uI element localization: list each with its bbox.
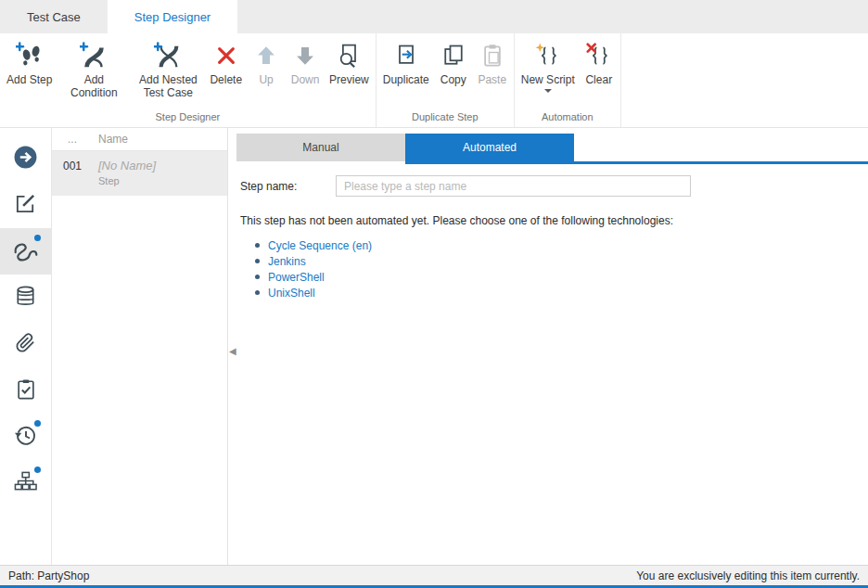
- delete-label: Delete: [210, 73, 242, 86]
- tab-test-case[interactable]: Test Case: [0, 0, 108, 33]
- tab-manual-label: Manual: [302, 141, 338, 154]
- hierarchy-notification-dot: [34, 467, 41, 473]
- steps-panel: ... Name 001 [No Name] Step: [52, 128, 228, 565]
- edit-icon: [14, 192, 37, 218]
- step-name-row: Step name:: [240, 175, 868, 197]
- clear-button[interactable]: Clear: [580, 35, 619, 86]
- delete-icon: [214, 39, 238, 72]
- technology-list-item: PowerShell: [255, 269, 868, 285]
- history-icon: [14, 424, 38, 451]
- clear-script-icon: [586, 39, 612, 72]
- steps-icon: [13, 237, 39, 266]
- add-step-label: Add Step: [6, 73, 52, 86]
- ribbon-group-label-step-designer: Step Designer: [2, 109, 374, 127]
- window-tabbar: Test Case Step Designer: [0, 0, 868, 33]
- technology-list: Cycle Sequence (en) Jenkins PowerShell U…: [255, 237, 868, 300]
- technology-list-item: UnixShell: [255, 285, 868, 300]
- technology-list-item: Cycle Sequence (en): [255, 237, 868, 253]
- steps-notification-dot: [34, 235, 41, 241]
- tab-manual[interactable]: Manual: [236, 134, 405, 161]
- duplicate-icon: [393, 39, 419, 72]
- circle-arrow-icon: [13, 145, 38, 173]
- sidebar-item-edit[interactable]: [0, 182, 51, 228]
- technology-link-cycle-sequence[interactable]: Cycle Sequence (en): [268, 239, 372, 252]
- preview-button[interactable]: Preview: [325, 35, 374, 86]
- down-label: Down: [291, 73, 320, 86]
- ribbon-group-step-designer: Add Step Add Condition: [0, 33, 377, 127]
- sidebar-item-history[interactable]: [0, 414, 51, 460]
- history-notification-dot: [34, 420, 41, 427]
- sidebar-item-review[interactable]: [0, 367, 51, 414]
- step-list-item[interactable]: 001 [No Name] Step: [52, 151, 227, 196]
- technology-link-unixshell[interactable]: UnixShell: [268, 287, 315, 300]
- down-button[interactable]: Down: [286, 35, 325, 86]
- app-window: Test Case Step Designer: [0, 0, 868, 588]
- hierarchy-icon: [14, 470, 37, 496]
- new-script-icon: [535, 39, 561, 72]
- down-arrow-icon: [293, 39, 317, 72]
- delete-button[interactable]: Delete: [205, 35, 247, 86]
- sidebar-item-navigate[interactable]: [0, 135, 51, 182]
- paperclip-icon: [14, 331, 37, 357]
- automation-info-text: This step has not been automated yet. Pl…: [240, 214, 868, 227]
- status-path: Path: PartyShop: [8, 569, 89, 582]
- add-nested-test-case-icon: [154, 39, 182, 72]
- sidebar-item-attachments[interactable]: [0, 321, 51, 367]
- new-script-dropdown-icon[interactable]: [544, 89, 552, 93]
- add-nested-test-case-button[interactable]: Add Nested Test Case: [131, 35, 205, 100]
- tab-step-designer-label: Step Designer: [134, 10, 211, 24]
- steps-number-column-header: ...: [52, 133, 93, 146]
- main-area: ... Name 001 [No Name] Step ◀ Manual: [0, 128, 868, 565]
- add-condition-button[interactable]: Add Condition: [57, 35, 131, 100]
- new-script-button[interactable]: New Script: [517, 35, 580, 93]
- sidebar-item-data[interactable]: [0, 275, 51, 321]
- technology-list-item: Jenkins: [255, 253, 868, 269]
- duplicate-label: Duplicate: [383, 73, 429, 86]
- paste-icon: [479, 39, 505, 72]
- technology-link-powershell[interactable]: PowerShell: [268, 271, 325, 284]
- copy-icon: [440, 39, 466, 72]
- collapse-panel-arrow-icon[interactable]: ◀: [229, 347, 236, 356]
- sidebar-item-steps[interactable]: [0, 228, 51, 275]
- step-number: 001: [52, 159, 93, 173]
- tab-step-designer[interactable]: Step Designer: [108, 0, 237, 33]
- tab-automated[interactable]: Automated: [405, 134, 574, 161]
- database-icon: [14, 285, 37, 311]
- ribbon-group-duplicate-step: Duplicate Copy: [377, 33, 515, 127]
- ribbon-group-automation: New Script Clear: [515, 33, 621, 127]
- tab-automated-label: Automated: [463, 141, 517, 154]
- status-edit-message: You are exclusively editing this item cu…: [636, 569, 860, 582]
- status-bar: Path: PartyShop You are exclusively edit…: [0, 565, 868, 585]
- ribbon-group-label-automation: Automation: [517, 109, 619, 127]
- preview-label: Preview: [329, 73, 369, 86]
- clear-label: Clear: [585, 73, 612, 86]
- content-panel: ◀ Manual Automated Step name: This step …: [228, 128, 868, 565]
- ribbon-group-label-duplicate-step: Duplicate Step: [378, 109, 512, 127]
- tab-test-case-label: Test Case: [27, 10, 81, 24]
- duplicate-button[interactable]: Duplicate: [378, 35, 434, 86]
- up-label: Up: [259, 73, 273, 86]
- add-step-icon: [16, 39, 44, 72]
- paste-label: Paste: [478, 73, 506, 86]
- step-name-input[interactable]: [336, 175, 691, 197]
- paste-button[interactable]: Paste: [473, 35, 512, 86]
- up-arrow-icon: [254, 39, 278, 72]
- add-condition-icon: [80, 39, 108, 72]
- ribbon: Add Step Add Condition: [0, 33, 868, 128]
- copy-label: Copy: [440, 73, 466, 86]
- sidebar-item-hierarchy[interactable]: [0, 460, 51, 506]
- step-name: [No Name]: [98, 159, 156, 173]
- technology-link-jenkins[interactable]: Jenkins: [268, 255, 306, 268]
- add-nested-test-case-label: Add Nested Test Case: [135, 73, 200, 100]
- up-button[interactable]: Up: [247, 35, 286, 86]
- sidebar: [0, 128, 52, 565]
- content-tab-underline: Automated: [405, 134, 868, 164]
- step-name-label: Step name:: [240, 180, 336, 193]
- add-step-button[interactable]: Add Step: [2, 35, 57, 86]
- steps-name-column-header: Name: [93, 133, 128, 146]
- steps-list-header: ... Name: [52, 128, 227, 151]
- clipboard-check-icon: [15, 378, 37, 403]
- step-type: Step: [98, 175, 156, 186]
- copy-button[interactable]: Copy: [434, 35, 473, 86]
- preview-icon: [336, 39, 362, 72]
